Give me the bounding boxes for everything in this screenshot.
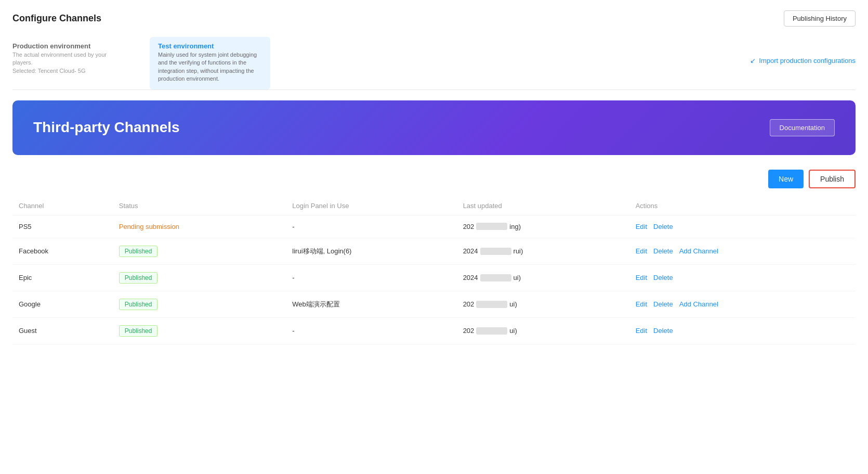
table-row: GuestPublished-202 ui)EditDelete [12, 317, 856, 344]
page-title: Configure Channels [12, 13, 101, 24]
production-tab-name: Production environment [12, 42, 116, 50]
table-row: PS5Pending submission-202 ing)EditDelete [12, 215, 856, 238]
documentation-button[interactable]: Documentation [770, 119, 835, 136]
test-tab-desc: Mainly used for system joint debugging a… [158, 51, 262, 83]
cell-login-panel: Web端演示配置 [286, 291, 456, 317]
cell-login-panel: - [286, 317, 456, 344]
cell-last-updated: 2024 rui) [457, 238, 629, 264]
import-production-button[interactable]: ↙ Import production configurations [750, 57, 856, 70]
hero-banner: Third-party Channels Documentation [12, 100, 856, 155]
col-login-panel: Login Panel in Use [286, 197, 456, 215]
tab-production[interactable]: Production environment The actual enviro… [12, 37, 129, 81]
test-tab-name: Test environment [158, 42, 262, 50]
page-wrapper: Configure Channels Publishing History Pr… [0, 0, 868, 474]
cell-actions: EditDelete [629, 317, 856, 344]
status-badge: Pending submission [119, 223, 179, 230]
status-badge: Published [119, 299, 158, 310]
production-tab-desc: The actual environment used by your play… [12, 51, 116, 75]
table-row: FacebookPublishedlirui移动端, Login(6)2024 … [12, 238, 856, 264]
cell-actions: EditDeleteAdd Channel [629, 291, 856, 317]
action-edit-link[interactable]: Edit [636, 223, 647, 230]
cell-actions: EditDelete [629, 215, 856, 238]
cell-last-updated: 202 ui) [457, 291, 629, 317]
cell-channel: PS5 [12, 215, 113, 238]
cell-channel: Guest [12, 317, 113, 344]
action-delete-link[interactable]: Delete [653, 223, 673, 230]
action-edit-link[interactable]: Edit [636, 327, 647, 335]
cell-login-panel: - [286, 264, 456, 291]
action-add-channel-link[interactable]: Add Channel [679, 247, 718, 255]
action-delete-link[interactable]: Delete [653, 327, 673, 335]
environment-tabs: Production environment The actual enviro… [12, 37, 856, 90]
cell-status: Published [113, 264, 286, 291]
cell-login-panel: lirui移动端, Login(6) [286, 238, 456, 264]
table-header-row: Channel Status Login Panel in Use Last u… [12, 197, 856, 215]
toolbar: New Publish [12, 170, 856, 188]
cell-last-updated: 202 ing) [457, 215, 629, 238]
action-delete-link[interactable]: Delete [653, 300, 673, 308]
table-row: EpicPublished-2024 ui)EditDelete [12, 264, 856, 291]
cell-status: Published [113, 238, 286, 264]
action-edit-link[interactable]: Edit [636, 274, 647, 281]
col-actions: Actions [629, 197, 856, 215]
action-delete-link[interactable]: Delete [653, 247, 673, 255]
tab-test[interactable]: Test environment Mainly used for system … [150, 37, 270, 89]
table-row: GooglePublishedWeb端演示配置202 ui)EditDelete… [12, 291, 856, 317]
hero-title: Third-party Channels [33, 119, 180, 136]
cell-status: Published [113, 291, 286, 317]
cell-channel: Google [12, 291, 113, 317]
status-badge: Published [119, 325, 158, 337]
channels-table: Channel Status Login Panel in Use Last u… [12, 197, 856, 344]
publishing-history-button[interactable]: Publishing History [784, 10, 856, 27]
action-edit-link[interactable]: Edit [636, 247, 647, 255]
col-last-updated: Last updated [457, 197, 629, 215]
cell-actions: EditDelete [629, 264, 856, 291]
publish-button[interactable]: Publish [809, 170, 856, 188]
status-badge: Published [119, 246, 158, 257]
cell-login-panel: - [286, 215, 456, 238]
cell-actions: EditDeleteAdd Channel [629, 238, 856, 264]
cell-status: Pending submission [113, 215, 286, 238]
col-channel: Channel [12, 197, 113, 215]
col-status: Status [113, 197, 286, 215]
action-delete-link[interactable]: Delete [653, 274, 673, 281]
cell-last-updated: 2024 ui) [457, 264, 629, 291]
action-add-channel-link[interactable]: Add Channel [679, 300, 718, 308]
import-label: Import production configurations [759, 57, 856, 65]
cell-last-updated: 202 ui) [457, 317, 629, 344]
cell-channel: Epic [12, 264, 113, 291]
cell-status: Published [113, 317, 286, 344]
top-bar: Configure Channels Publishing History [12, 10, 856, 27]
status-badge: Published [119, 272, 158, 284]
new-button[interactable]: New [768, 170, 804, 188]
import-icon: ↙ [750, 57, 756, 65]
action-edit-link[interactable]: Edit [636, 300, 647, 308]
cell-channel: Facebook [12, 238, 113, 264]
